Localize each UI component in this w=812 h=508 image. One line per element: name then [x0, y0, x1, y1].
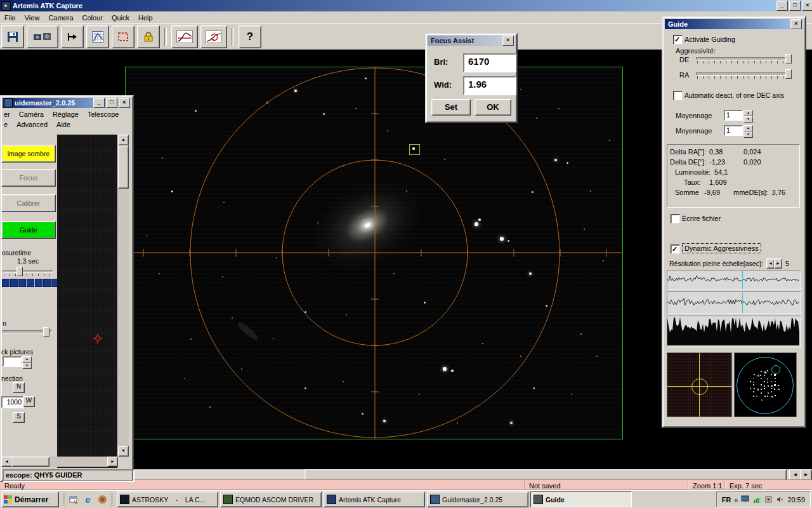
gm-menu-telescope[interactable]: Telescope [88, 110, 119, 118]
spin-down-icon[interactable]: ▼ [743, 131, 753, 138]
stack-spinner[interactable]: ▲ ▼ [3, 356, 32, 369]
taskbar-task-guidemaster[interactable]: Guidemaster_2.0.25 [427, 491, 528, 507]
guide-close-button[interactable]: × [790, 19, 802, 29]
gm-calibrate-button[interactable]: Calibrer [1, 194, 56, 212]
dark-frame-button[interactable]: image sombre [1, 145, 56, 163]
help-button[interactable]: ? [239, 25, 261, 48]
spin-up-icon[interactable]: ▲ [22, 356, 32, 363]
pixel-dot [753, 384, 754, 385]
guidemaster-minimize-button[interactable]: _ [93, 98, 105, 108]
start-button[interactable]: Démarrer [1, 491, 59, 507]
south-button[interactable]: S [13, 412, 25, 423]
browser-icon[interactable] [96, 493, 108, 505]
gm-guide-button[interactable]: Guide [1, 221, 56, 239]
resolution-increase-button[interactable]: ► [774, 258, 782, 269]
ra-aggressivity-slider[interactable] [696, 69, 792, 79]
moyennage-spinner-2[interactable]: 1 ▲ ▼ [724, 125, 753, 138]
taskbar-task-astrosky[interactable]: ASTROSKY - LA C... [117, 491, 218, 507]
small-slider[interactable] [3, 326, 52, 337]
guider-horizontal-scrollbar[interactable]: ◄ ► [1, 457, 118, 467]
west-button[interactable]: W [23, 396, 35, 407]
taskbar-task-eqmod[interactable]: EQMOD ASCOM DRIVER [220, 491, 322, 507]
save-button[interactable] [1, 25, 24, 48]
guider-camera-strip[interactable] [57, 135, 117, 468]
transfer-curve-reset-button[interactable] [200, 25, 227, 48]
transfer-curve-button[interactable] [171, 25, 198, 48]
histogram-button[interactable] [86, 25, 109, 48]
close-button[interactable]: × [802, 1, 812, 11]
guidemaster-title: uidemaster_2.0.25 [13, 99, 92, 107]
minimize-button[interactable]: _ [776, 1, 788, 11]
gm-menu-advanced[interactable]: Advanced [16, 121, 48, 128]
pulse-duration-field[interactable]: 1000 [1, 396, 24, 408]
slider-thumb[interactable] [785, 69, 792, 79]
auto-deact-checkbox[interactable]: ✓ [673, 91, 683, 100]
spin-down-icon[interactable]: ▼ [22, 363, 32, 369]
menu-view[interactable]: View [20, 13, 44, 23]
subframe-button[interactable] [112, 25, 134, 48]
ok-button[interactable]: OK [475, 99, 511, 116]
guidemaster-close-button[interactable]: × [119, 98, 130, 108]
language-indicator[interactable]: FR [722, 496, 731, 504]
camera-connect-button[interactable] [27, 25, 58, 48]
tray-device-icon[interactable] [764, 495, 773, 504]
marker-button[interactable] [61, 25, 84, 48]
stack-value[interactable] [3, 356, 22, 367]
exposure-slider[interactable] [3, 266, 53, 276]
scroll-left-button[interactable]: ◄ [1, 457, 12, 467]
scrollbar-thumb[interactable] [118, 145, 129, 189]
dynamic-aggressivness-checkbox[interactable]: ✓ [671, 244, 680, 254]
gm-focus-button[interactable]: Focus [1, 169, 56, 187]
slider-thumb[interactable] [43, 327, 49, 337]
menu-camera[interactable]: Camera [44, 13, 77, 23]
internet-explorer-icon[interactable]: e [82, 493, 94, 505]
scrollbar-thumb[interactable] [11, 457, 49, 467]
task-label: EQMOD ASCOM DRIVER [235, 496, 313, 504]
gm-menu-clipped[interactable]: er [4, 110, 10, 118]
quick-launch-handle[interactable] [63, 493, 65, 506]
moyennage-value-1[interactable]: 1 [724, 110, 743, 121]
scroll-down-button[interactable]: ▼ [118, 446, 129, 457]
tray-signal-icon[interactable] [753, 495, 761, 504]
moyennage-spinner-1[interactable]: 1 ▲ ▼ [724, 110, 753, 123]
write-file-checkbox[interactable]: ✓ [671, 214, 680, 224]
menu-help[interactable]: Help [134, 13, 157, 23]
moyennage-value-2[interactable]: 1 [724, 125, 743, 136]
spin-up-icon[interactable]: ▲ [743, 110, 753, 116]
menu-file[interactable]: File [0, 13, 20, 23]
maximize-button[interactable]: □ [789, 1, 801, 11]
tray-clock[interactable]: 20:59 [787, 496, 805, 504]
spin-up-icon[interactable]: ▲ [743, 125, 753, 131]
slider-thumb[interactable] [16, 267, 23, 276]
tray-chevron-icon[interactable]: « [734, 496, 738, 504]
spin-down-icon[interactable]: ▼ [743, 116, 753, 123]
gm-menu-camera[interactable]: Caméra [19, 110, 44, 118]
scroll-up-button[interactable]: ▲ [118, 135, 129, 145]
gm-menu-clipped2[interactable]: e [4, 121, 8, 128]
north-button[interactable]: N [13, 382, 25, 393]
slider-thumb[interactable] [785, 54, 792, 64]
scroll-right-button[interactable]: ► [107, 457, 118, 467]
de-aggressivity-slider[interactable] [696, 53, 792, 64]
gm-menu-aide[interactable]: Aide [56, 121, 70, 128]
quick-launch-handle[interactable] [111, 493, 113, 506]
pixel-dot [767, 382, 768, 383]
show-desktop-icon[interactable] [67, 493, 79, 505]
tray-display-icon[interactable] [741, 495, 750, 504]
menu-colour[interactable]: Colour [78, 13, 107, 23]
taskbar-task-artemis[interactable]: Artemis ATK Capture [324, 491, 425, 507]
lock-button[interactable] [137, 25, 160, 48]
guidemaster-menu-row1: er Caméra Réglage Telescope [3, 109, 131, 119]
wid-value[interactable]: 1.96 [463, 76, 516, 95]
captured-image[interactable] [125, 67, 623, 439]
tray-volume-icon[interactable] [776, 495, 784, 504]
bri-value[interactable]: 6170 [463, 53, 516, 72]
menu-quick[interactable]: Quick [107, 13, 134, 23]
activate-guiding-checkbox[interactable]: ✓ [673, 35, 683, 44]
focus-assist-close-button[interactable]: × [502, 36, 514, 46]
taskbar-task-guide[interactable]: Guide [530, 491, 632, 507]
gm-menu-reglage[interactable]: Réglage [53, 110, 79, 118]
set-button[interactable]: Set [431, 99, 471, 116]
guider-vertical-scrollbar[interactable]: ▲ ▼ [118, 135, 129, 457]
guidemaster-maximize-button[interactable]: □ [106, 98, 117, 108]
